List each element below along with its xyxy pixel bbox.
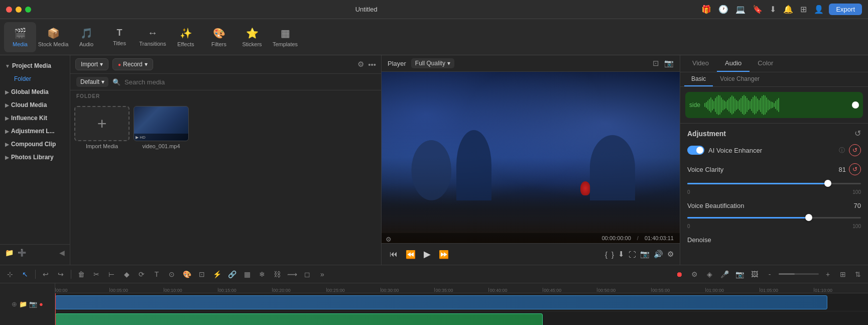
- voice-clarity-slider[interactable]: [687, 178, 861, 188]
- gift-icon[interactable]: 🎁: [701, 5, 711, 14]
- track-camera-icon[interactable]: 📷: [29, 300, 37, 308]
- clock-icon[interactable]: 🕐: [718, 5, 728, 14]
- toolbar-stickers[interactable]: ⭐ Stickers: [236, 22, 268, 52]
- tab-color[interactable]: Color: [750, 55, 781, 72]
- track-folder-icon[interactable]: 📁: [19, 300, 27, 308]
- sidebar-folder[interactable]: Folder: [2, 73, 68, 85]
- expand-icon[interactable]: ⇅: [852, 268, 864, 280]
- sub-tab-voice-changer[interactable]: Voice Changer: [713, 72, 767, 86]
- crop-icon[interactable]: ⊡: [653, 59, 659, 68]
- audio-icon-2[interactable]: 🔊: [654, 250, 663, 259]
- voice-clarity-thumb[interactable]: [824, 180, 831, 187]
- stabilize-button[interactable]: ⊙: [166, 268, 178, 280]
- record-timeline-icon[interactable]: ⏺: [673, 268, 685, 280]
- color-match-button[interactable]: 🎨: [181, 268, 193, 280]
- settings-icon[interactable]: ⚙: [667, 250, 674, 259]
- zoom-slider[interactable]: [779, 273, 819, 275]
- timeline-mic-icon[interactable]: 🎤: [718, 268, 730, 280]
- quality-select[interactable]: Full Quality ▾: [411, 58, 454, 68]
- bookmark-icon[interactable]: 🔖: [753, 5, 763, 14]
- monitor-icon[interactable]: 💻: [735, 5, 746, 14]
- playhead[interactable]: [55, 293, 56, 325]
- voice-beautification-slider[interactable]: [687, 212, 861, 223]
- minimize-button[interactable]: [16, 7, 22, 13]
- warp-button[interactable]: ⟿: [286, 268, 298, 280]
- filter-icon[interactable]: ⚙: [357, 60, 364, 69]
- tab-audio[interactable]: Audio: [717, 55, 750, 72]
- waveform-knob[interactable]: [852, 101, 859, 109]
- link-button[interactable]: ⛓: [271, 268, 283, 280]
- mini-control[interactable]: ⚙: [386, 236, 392, 243]
- timeline-settings-icon[interactable]: ⚙: [688, 268, 700, 280]
- sidebar-cloud-media[interactable]: ▶ Cloud Media: [0, 98, 70, 112]
- step-forward-button[interactable]: ⏩: [437, 248, 451, 261]
- timeline-media-icon[interactable]: 🖼: [749, 268, 761, 280]
- toolbar-titles[interactable]: T Titles: [103, 22, 136, 52]
- audio-sync-button[interactable]: 🔗: [226, 268, 238, 280]
- toolbar-stock-media[interactable]: 📦 Stock Media: [37, 22, 69, 52]
- adjustment-reset-icon[interactable]: ↺: [854, 129, 861, 138]
- zoom-in-icon[interactable]: +: [822, 268, 834, 280]
- folder-plus-icon[interactable]: ➕: [18, 249, 26, 257]
- waveform-track[interactable]: side: [685, 92, 863, 118]
- sidebar-photos-library[interactable]: ▶ Photos Library: [0, 151, 70, 164]
- record-button[interactable]: ● Record ▾: [112, 58, 153, 70]
- track-clip-1[interactable]: [55, 295, 827, 309]
- select-tool[interactable]: ↖: [19, 268, 31, 280]
- import-media-card[interactable]: + Import Media: [74, 106, 130, 149]
- timeline-camera-icon[interactable]: 📷: [733, 268, 746, 280]
- grid-icon[interactable]: ⊞: [800, 5, 807, 14]
- motion-button[interactable]: ⟳: [136, 268, 148, 280]
- snapshot-icon[interactable]: 📷: [640, 250, 650, 259]
- sidebar-collapse-icon[interactable]: ◀: [59, 249, 65, 257]
- voice-beautification-thumb[interactable]: [805, 214, 812, 221]
- track-indicator[interactable]: ●: [39, 300, 43, 308]
- toolbar-effects[interactable]: ✨ Effects: [170, 22, 202, 52]
- zoom-out-icon[interactable]: -: [764, 268, 776, 280]
- fullscreen-button[interactable]: [25, 7, 31, 13]
- import-button[interactable]: Import ▾: [75, 58, 108, 70]
- keyframe-button[interactable]: ◆: [120, 268, 133, 280]
- toolbar-media[interactable]: 🎬 Media: [4, 22, 36, 52]
- crop-button[interactable]: ⊡: [196, 268, 208, 280]
- multicam-button[interactable]: ▦: [241, 268, 253, 280]
- voice-clarity-reset-button[interactable]: ↺: [849, 163, 861, 175]
- toolbar-transitions[interactable]: ↔ Transitions: [137, 22, 169, 52]
- out-point-icon[interactable]: }: [611, 250, 614, 259]
- toolbar-audio[interactable]: 🎵 Audio: [70, 22, 102, 52]
- undo-button[interactable]: ↩: [40, 268, 52, 280]
- ai-voice-reset-button[interactable]: ↺: [849, 144, 861, 156]
- sidebar-influence-kit[interactable]: ▶ Influence Kit: [0, 112, 70, 125]
- avatar[interactable]: 👤: [814, 5, 824, 14]
- play-back-button[interactable]: ⏪: [404, 248, 418, 261]
- sidebar-global-media[interactable]: ▶ Global Media: [0, 85, 70, 98]
- ai-voice-enhancer-toggle[interactable]: [687, 146, 704, 155]
- mask-button[interactable]: ◻: [301, 268, 313, 280]
- text-button[interactable]: T: [151, 268, 163, 280]
- video-card[interactable]: ▶ HD video_001.mp4: [134, 106, 189, 149]
- play-button[interactable]: ▶: [422, 247, 433, 262]
- cursor-tool[interactable]: ⊹: [4, 268, 16, 280]
- freeze-button[interactable]: ❄: [256, 268, 268, 280]
- default-button[interactable]: Default ▾: [76, 77, 108, 87]
- sidebar-compound-clip[interactable]: ▶ Compound Clip: [0, 138, 70, 151]
- search-input[interactable]: [125, 78, 375, 86]
- grid-view-icon[interactable]: ⊞: [837, 268, 849, 280]
- track-add-icon[interactable]: ⊕: [12, 300, 17, 308]
- redo-button[interactable]: ↪: [55, 268, 67, 280]
- toolbar-filters[interactable]: 🎨 Filters: [203, 22, 235, 52]
- export-button[interactable]: Export: [829, 4, 862, 15]
- add-folder-icon[interactable]: 📁: [5, 249, 14, 257]
- cut-button[interactable]: ✂: [90, 268, 102, 280]
- delete-button[interactable]: 🗑: [75, 268, 87, 280]
- screenshot-icon[interactable]: 📷: [664, 59, 674, 68]
- info-icon[interactable]: ⓘ: [839, 146, 845, 155]
- tab-video[interactable]: Video: [684, 55, 717, 72]
- more-options-icon[interactable]: •••: [368, 60, 376, 69]
- toolbar-templates[interactable]: ▦ Templates: [269, 22, 301, 52]
- split-button[interactable]: ⊢: [105, 268, 117, 280]
- track-clip-2[interactable]: [55, 313, 543, 325]
- fullscreen-preview-icon[interactable]: ⛶: [629, 250, 636, 259]
- more-tools-button[interactable]: »: [316, 268, 328, 280]
- speed-button[interactable]: ⚡: [211, 268, 223, 280]
